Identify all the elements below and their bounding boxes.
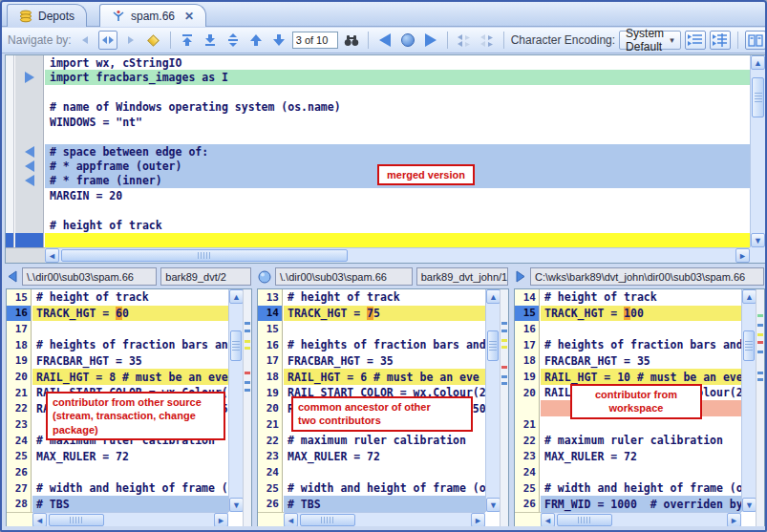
scroll-up-icon[interactable]: ▲: [229, 289, 244, 304]
code-line: RAIL_HGT = 10 # must be an eve: [541, 369, 741, 385]
diff-position-field[interactable]: [292, 32, 338, 49]
scroll-left-icon[interactable]: ◄: [32, 513, 47, 527]
scroll-thumb[interactable]: [487, 330, 499, 361]
theirs-chunk-icon[interactable]: [375, 31, 394, 50]
toggle-inline-diff-icon[interactable]: [710, 31, 731, 50]
scroll-track[interactable]: [751, 70, 765, 233]
code-line: # name of Windows operating system (os.n…: [45, 99, 750, 114]
next-diff-icon[interactable]: [269, 31, 288, 50]
scroll-thumb[interactable]: [743, 330, 755, 361]
scroll-down-icon[interactable]: ▼: [742, 498, 756, 512]
line-number: 22: [515, 433, 539, 449]
align-pair-right-icon[interactable]: [478, 31, 497, 50]
merged-code-area[interactable]: import wx, cStringIOimport fracbars_imag…: [45, 55, 750, 247]
scroll-track[interactable]: [742, 304, 756, 498]
code-line: # width and height of frame (o: [284, 480, 485, 497]
accept-theirs-arrow-icon[interactable]: [15, 159, 43, 173]
line-number: 16: [258, 337, 282, 353]
scroll-thumb[interactable]: [752, 77, 764, 117]
scroll-thumb[interactable]: [230, 330, 242, 361]
line-number: 22: [258, 433, 282, 449]
line-number: 23: [258, 448, 282, 464]
tab-depots[interactable]: Depots: [7, 4, 87, 27]
scroll-thumb[interactable]: [557, 514, 612, 526]
accept-arrow-icon[interactable]: [15, 70, 43, 84]
line-number: 27: [7, 480, 31, 497]
scroll-down-icon[interactable]: ▼: [229, 498, 244, 512]
line-number: 25: [258, 480, 282, 497]
annotation-base: common ancestor of othertwo contributors: [291, 396, 473, 432]
nav-single-right-icon[interactable]: [121, 31, 140, 50]
diff-map-mark: [501, 375, 507, 378]
align-pair-left-icon[interactable]: [455, 31, 474, 50]
diff-map-mark: [245, 322, 250, 325]
line-number: 22: [7, 400, 31, 416]
scroll-up-icon[interactable]: ▲: [486, 289, 501, 304]
scroll-left-icon[interactable]: ◄: [541, 513, 555, 527]
find-binoculars-icon[interactable]: [342, 31, 361, 50]
first-diff-icon[interactable]: [178, 31, 197, 50]
navigate-by-label: Navigate by:: [8, 33, 72, 47]
layout-side-by-side-icon[interactable]: [745, 31, 766, 50]
code-line: # maximum ruler calibration: [284, 433, 485, 449]
horizontal-scrollbar[interactable]: ◄►: [32, 512, 228, 527]
yours-chunk-icon[interactable]: [421, 31, 440, 50]
merged-strip-cell: [6, 159, 13, 173]
vertical-scrollbar[interactable]: ▲▼: [485, 289, 500, 512]
scroll-track[interactable]: [555, 513, 727, 527]
scroll-thumb[interactable]: [49, 514, 104, 526]
accept-theirs-arrow-icon[interactable]: [15, 174, 43, 188]
code-line: [284, 321, 485, 337]
code-line: [541, 321, 741, 337]
scroll-right-icon[interactable]: ►: [735, 248, 750, 263]
scroll-track[interactable]: [47, 513, 214, 527]
line-number: 21: [515, 416, 539, 433]
scroll-track[interactable]: [298, 513, 471, 527]
horizontal-scrollbar[interactable]: ◄►: [541, 512, 741, 527]
scroll-track[interactable]: [59, 248, 735, 263]
code-line: FRACBAR_HGT = 35: [541, 353, 741, 370]
encoding-select[interactable]: System Default ▾: [619, 31, 681, 50]
line-number: 24: [7, 433, 31, 449]
toggle-line-numbers-icon[interactable]: [685, 31, 706, 50]
nav-pair-icon[interactable]: [98, 31, 117, 50]
scroll-up-icon[interactable]: ▲: [742, 289, 756, 304]
right-arrow-icon: [25, 72, 34, 83]
code-line: import wx, cStringIO: [45, 55, 750, 70]
scroll-thumb[interactable]: [61, 249, 348, 262]
nav-single-left-icon[interactable]: [75, 31, 95, 50]
diff-map-mark: [245, 372, 250, 374]
scroll-left-icon[interactable]: ◄: [45, 248, 59, 263]
code-segment: TRACK_HGT =: [288, 307, 367, 320]
scroll-track[interactable]: [229, 304, 243, 498]
last-diff-icon[interactable]: [201, 31, 220, 50]
scroll-right-icon[interactable]: ►: [471, 513, 485, 527]
code-line: # heights of fraction bars and: [32, 337, 228, 353]
nav-diff-diamond-icon[interactable]: [144, 31, 163, 50]
separator: [503, 32, 504, 49]
merged-vertical-scrollbar[interactable]: ▲ ▼: [750, 55, 765, 247]
scroll-thumb[interactable]: [300, 514, 355, 526]
merged-horizontal-scrollbar[interactable]: ◄ ►: [45, 247, 750, 263]
base-chunk-icon[interactable]: [398, 31, 417, 50]
accept-theirs-arrow-icon[interactable]: [15, 144, 43, 159]
code-line: [45, 203, 750, 218]
scroll-down-icon[interactable]: ▼: [486, 498, 501, 512]
scroll-up-icon[interactable]: ▲: [751, 55, 765, 70]
line-number: 16: [7, 306, 31, 322]
line-number: 17: [7, 321, 31, 337]
close-icon[interactable]: ✕: [184, 10, 194, 23]
prev-diff-icon[interactable]: [246, 31, 266, 50]
scroll-track[interactable]: [486, 304, 500, 498]
vertical-scrollbar[interactable]: ▲▼: [741, 289, 756, 512]
scroll-right-icon[interactable]: ►: [214, 513, 228, 527]
vertical-scrollbar[interactable]: ▲▼: [228, 289, 243, 512]
center-diff-icon[interactable]: [224, 31, 243, 50]
pane-header: C:\wks\bark89\dvt_john\dir00\sub03\spam.…: [514, 266, 765, 287]
scroll-down-icon[interactable]: ▼: [751, 233, 765, 247]
scroll-left-icon[interactable]: ◄: [284, 513, 298, 527]
code-line: # heights of fraction bars and: [284, 337, 485, 353]
horizontal-scrollbar[interactable]: ◄►: [284, 512, 485, 527]
scroll-right-icon[interactable]: ►: [727, 513, 741, 527]
tab-spam-66[interactable]: spam.66✕: [99, 4, 206, 27]
